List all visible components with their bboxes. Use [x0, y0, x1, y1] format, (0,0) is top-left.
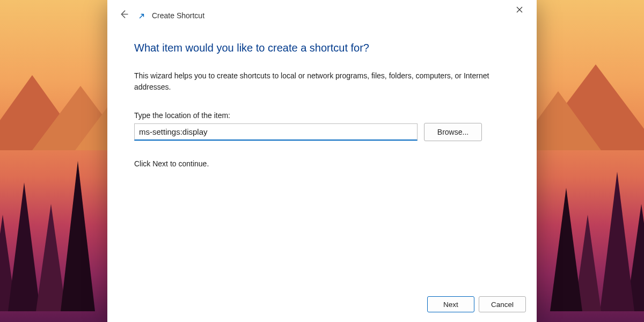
location-input[interactable]: [134, 123, 418, 141]
next-button[interactable]: Next: [427, 296, 474, 312]
create-shortcut-dialog: Create Shortcut What item would you like…: [107, 0, 537, 322]
cancel-button[interactable]: Cancel: [479, 296, 526, 312]
location-label: Type the location of the item:: [134, 111, 510, 120]
back-arrow-icon[interactable]: [117, 8, 130, 24]
dialog-header: Create Shortcut: [107, 0, 537, 28]
close-icon[interactable]: [509, 2, 530, 17]
browse-button[interactable]: Browse...: [424, 123, 482, 141]
dialog-footer: Next Cancel: [107, 290, 537, 322]
shortcut-icon: [138, 12, 144, 19]
dialog-content: What item would you like to create a sho…: [107, 28, 537, 290]
wizard-description: This wizard helps you to create shortcut…: [134, 70, 499, 93]
dialog-title: Create Shortcut: [152, 11, 204, 20]
continue-hint: Click Next to continue.: [134, 159, 510, 168]
page-heading: What item would you like to create a sho…: [134, 42, 510, 54]
